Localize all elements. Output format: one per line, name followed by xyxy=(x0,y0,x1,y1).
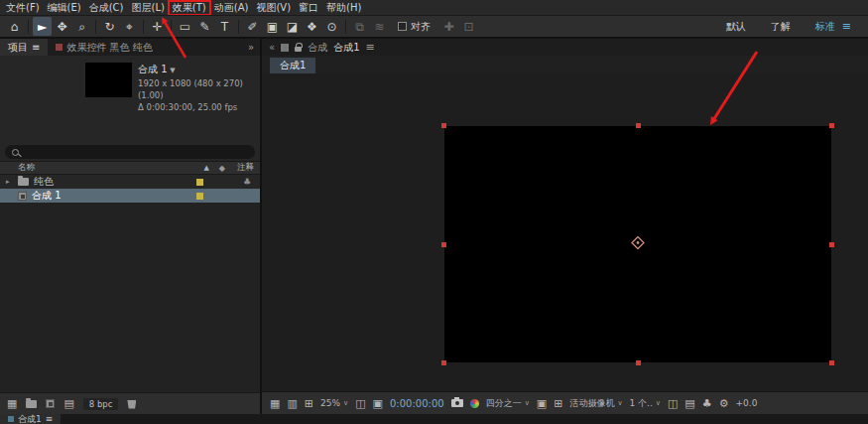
selection-handle[interactable] xyxy=(441,242,446,247)
comp-info-caret-icon[interactable]: ▼ xyxy=(170,67,175,74)
rulers-icon[interactable]: ⊞ xyxy=(305,397,313,410)
region-of-interest-icon[interactable]: ▣ xyxy=(537,397,547,410)
sort-ascending-icon[interactable]: ▲ xyxy=(203,164,208,172)
menu-help[interactable]: 帮助(H) xyxy=(322,1,365,15)
menu-window[interactable]: 窗口 xyxy=(295,1,322,15)
project-list-empty-area xyxy=(0,203,260,392)
pixel-aspect-icon[interactable]: ◫ xyxy=(668,397,678,410)
shape-tool[interactable]: ▭ xyxy=(176,17,194,36)
workspace-default[interactable]: 默认 xyxy=(726,20,746,34)
menu-animation[interactable]: 动画(A) xyxy=(210,1,253,15)
menu-layer[interactable]: 图层(L) xyxy=(127,1,168,15)
lock-icon[interactable] xyxy=(295,47,302,52)
flowchart-icon[interactable]: ♣ xyxy=(240,177,254,187)
tab-project[interactable]: 项目 ≡ xyxy=(0,39,48,56)
column-comment[interactable]: 注释 xyxy=(237,162,254,174)
selection-handle[interactable] xyxy=(441,123,446,128)
comp-info-name[interactable]: 合成 1 xyxy=(138,64,168,74)
workspace-menu-icon[interactable]: ≡ xyxy=(842,20,851,33)
feather-mode-icon[interactable]: ≋ xyxy=(370,17,389,36)
selection-handle[interactable] xyxy=(829,123,834,128)
folder-icon xyxy=(18,178,29,186)
project-search-input[interactable] xyxy=(5,145,255,159)
menu-file[interactable]: 文件(F) xyxy=(2,1,44,15)
new-folder-icon[interactable] xyxy=(26,400,37,408)
timeline-tab-comp1[interactable]: 合成1 ≡ xyxy=(0,414,61,424)
collapse-panel-icon[interactable]: « xyxy=(269,42,275,53)
transparency-grid-icon[interactable]: ⊞ xyxy=(554,397,562,410)
puppet-pin-tool[interactable]: ⊙ xyxy=(322,17,341,36)
tab-effect-controls[interactable]: 效果控件 黑色 纯色 xyxy=(48,39,160,56)
workspace-standard[interactable]: 标准 xyxy=(815,20,835,34)
viewer-tab-comp1[interactable]: 合成1 xyxy=(270,58,315,73)
composition-panel-tabs: « 合成 合成1 ≡ xyxy=(262,39,868,56)
more-tabs-icon[interactable]: » xyxy=(242,39,260,56)
comp-panel-title[interactable]: 合成1 xyxy=(333,41,359,55)
hand-tool[interactable]: ✥ xyxy=(53,17,71,36)
exposure-value[interactable]: +0.0 xyxy=(736,398,758,408)
main-viewer-icon[interactable]: ▥ xyxy=(287,397,297,410)
grid-guides-icon[interactable]: ◫ xyxy=(355,397,365,410)
exposure-gear-icon[interactable]: ⚙ xyxy=(719,397,729,410)
label-column-icon[interactable]: ◆ xyxy=(219,164,225,173)
always-preview-icon[interactable]: ▦ xyxy=(270,397,280,410)
snapshot-camera-icon[interactable] xyxy=(451,399,463,407)
selection-tool[interactable]: ► xyxy=(33,17,52,36)
pen-tool[interactable]: ✎ xyxy=(195,17,214,36)
menu-effect[interactable]: 效果(T) xyxy=(169,1,210,15)
clone-stamp-tool[interactable]: ▣ xyxy=(263,17,282,36)
composition-canvas[interactable] xyxy=(444,126,831,362)
show-channels-icon[interactable] xyxy=(470,399,479,408)
anchor-point-icon[interactable] xyxy=(631,235,645,254)
camera-view-dropdown[interactable]: 活动摄像机 ∨ xyxy=(569,397,622,410)
new-composition-icon[interactable] xyxy=(46,399,55,408)
selection-handle[interactable] xyxy=(636,123,641,128)
toolbar-divider xyxy=(238,20,239,34)
label-color-swatch[interactable] xyxy=(196,179,203,186)
rotation-tool[interactable]: ↻ xyxy=(100,17,119,36)
magnification-dropdown[interactable]: 25% ∨ xyxy=(320,398,348,408)
brush-tool[interactable]: ✐ xyxy=(243,17,262,36)
color-depth-button[interactable]: 8 bpc xyxy=(83,398,119,410)
menu-composition[interactable]: 合成(C) xyxy=(85,1,128,15)
selection-handle[interactable] xyxy=(636,360,641,365)
menu-view[interactable]: 视图(V) xyxy=(252,1,295,15)
toolbar-divider xyxy=(95,20,96,34)
panel-menu-icon[interactable]: ≡ xyxy=(366,41,375,54)
mask-visibility-icon[interactable]: ▣ xyxy=(373,397,383,410)
align-checkbox[interactable] xyxy=(398,22,407,31)
resolution-value: 四分之一 xyxy=(486,397,522,410)
comp-flowchart-icon[interactable]: ♣ xyxy=(702,397,712,410)
fast-previews-icon[interactable]: ▤ xyxy=(684,397,694,410)
current-timecode[interactable]: 0:00:00:00 xyxy=(390,398,444,409)
snap-options-icon[interactable]: ⊡ xyxy=(459,17,478,36)
interpret-footage-icon[interactable]: ▦ xyxy=(7,397,17,410)
composition-viewer[interactable] xyxy=(262,73,868,391)
view-layout-dropdown[interactable]: 1 个.. ∨ xyxy=(630,397,661,410)
home-button[interactable]: ⌂ xyxy=(5,17,24,36)
eraser-tool[interactable]: ◪ xyxy=(283,17,302,36)
camera-tool[interactable]: ⌖ xyxy=(120,17,139,36)
menu-edit[interactable]: 编辑(E) xyxy=(44,1,85,15)
twirl-icon[interactable]: ▸ xyxy=(6,178,13,186)
column-name[interactable]: 名称 xyxy=(6,162,203,174)
project-row-comp1[interactable]: 合成 1 xyxy=(0,189,260,203)
trash-icon[interactable] xyxy=(127,399,136,409)
project-search-row xyxy=(0,143,260,161)
snap-icon[interactable]: ✚ xyxy=(439,17,458,36)
project-settings-icon[interactable]: ▤ xyxy=(63,397,73,410)
selection-handle[interactable] xyxy=(441,360,446,365)
label-color-swatch[interactable] xyxy=(196,193,203,200)
resolution-dropdown[interactable]: 四分之一 ∨ xyxy=(486,397,530,410)
panel-menu-icon[interactable]: ≡ xyxy=(32,42,40,53)
selection-handle[interactable] xyxy=(829,360,834,365)
pan-behind-tool[interactable]: ✛ xyxy=(148,17,167,36)
roto-brush-tool[interactable]: ❖ xyxy=(303,17,321,36)
workspace-learn[interactable]: 了解 xyxy=(771,20,791,34)
mask-mode-icon[interactable]: ⧉ xyxy=(350,17,369,36)
project-panel-footer: ▦ ▤ 8 bpc xyxy=(0,392,260,414)
type-tool[interactable]: T xyxy=(215,17,234,36)
selection-handle[interactable] xyxy=(829,242,834,247)
project-row-solids[interactable]: ▸ 纯色 ♣ xyxy=(0,175,260,189)
zoom-tool[interactable]: ⌕ xyxy=(72,17,91,36)
